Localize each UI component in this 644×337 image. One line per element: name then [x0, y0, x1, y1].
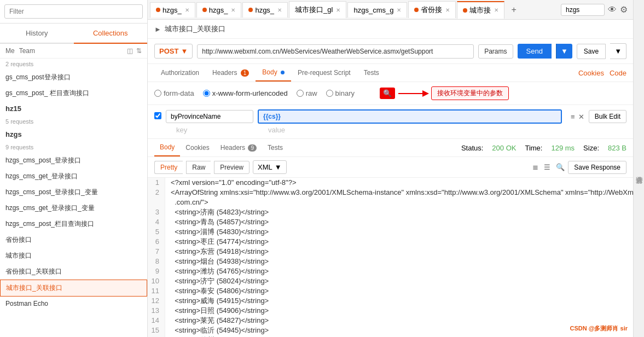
response-toolbar: Pretty Raw Preview XML ▼ ≣ ☰ 🔍 Save Resp…	[148, 157, 633, 178]
resp-status-label: Status:	[461, 144, 483, 152]
sidebar-tab-collections[interactable]: Collections	[74, 24, 148, 44]
new-folder-icon[interactable]: ◫	[127, 47, 133, 55]
resp-copy-icon[interactable]: ☰	[544, 163, 550, 171]
radio-x-www[interactable]: x-www-form-urlencoded	[203, 89, 288, 97]
tab-close-0[interactable]: ✕	[185, 7, 189, 13]
resp-sort-icon[interactable]: ≣	[532, 163, 538, 171]
radio-x-www-input[interactable]	[203, 90, 210, 97]
radio-form-data-input[interactable]	[154, 90, 161, 97]
sidebar-item-hzgs-cms-post-login-var[interactable]: hzgs_cms_post_登录接口_变量	[0, 184, 147, 200]
resp-tab-headers[interactable]: Headers 9	[215, 140, 262, 156]
sidebar-item-gs-cms-post-category[interactable]: gs_cms_post_ 栏目查询接口	[0, 85, 147, 101]
tab-2[interactable]: hzgs_ ✕	[242, 2, 288, 18]
req-tab-body[interactable]: Body	[256, 64, 291, 82]
kv-menu-icon[interactable]: ≡	[571, 113, 575, 121]
resp-size-label: Size:	[583, 144, 599, 152]
resp-tab-tests[interactable]: Tests	[262, 140, 288, 156]
radio-binary[interactable]: binary	[326, 89, 355, 97]
req-tab-tests[interactable]: Tests	[357, 65, 386, 81]
tab-close-3[interactable]: ✕	[336, 7, 340, 13]
pretty-button[interactable]: Pretty	[154, 161, 183, 174]
tab-0[interactable]: hzgs_ ✕	[150, 2, 195, 18]
radio-raw-input[interactable]	[297, 90, 304, 97]
save-response-button[interactable]: Save Response	[568, 161, 626, 174]
search-red-icon[interactable]: 🔍	[380, 88, 395, 99]
tab-3[interactable]: 城市接口_gl ✕	[289, 1, 346, 18]
tab-close-5[interactable]: ✕	[445, 7, 450, 13]
line-content: <string>威海 (54915)</string>	[165, 296, 269, 306]
preview-button[interactable]: Preview	[214, 161, 250, 174]
line-number: 9	[148, 266, 165, 276]
save-dropdown-button[interactable]: ▼	[610, 43, 626, 59]
tab-dot-5	[414, 8, 419, 12]
sidebar-group-hzgs[interactable]: hzgs	[0, 127, 147, 142]
resp-tab-cookies[interactable]: Cookies	[180, 140, 214, 156]
kv-checked-0[interactable]	[154, 112, 161, 119]
resp-tab-body[interactable]: Body	[154, 139, 180, 156]
tab-dot-1	[202, 8, 207, 12]
tab-5[interactable]: 省份接 ✕	[408, 1, 456, 18]
me-label[interactable]: Me	[5, 47, 15, 55]
bulk-edit-button[interactable]: Bulk Edit	[589, 110, 626, 123]
sidebar-group-hz15[interactable]: hz15	[0, 101, 147, 116]
tab-6[interactable]: 城市接 ✕	[457, 1, 504, 19]
team-label[interactable]: Team	[19, 47, 35, 55]
tab-close-1[interactable]: ✕	[231, 7, 235, 13]
radio-form-data[interactable]: form-data	[154, 89, 194, 97]
line-content: <string>济南 (54823)</string>	[165, 207, 269, 217]
sidebar-item-hzgs-cms-post-category[interactable]: hzgs_cms_post_栏目查询接口	[0, 216, 147, 232]
kv-checkbox-0[interactable]	[154, 112, 161, 121]
req-tab-prerequest[interactable]: Pre-request Script	[291, 65, 357, 81]
radio-raw[interactable]: raw	[297, 89, 317, 97]
sidebar-item-city[interactable]: 城市接口	[0, 248, 147, 264]
send-dropdown-button[interactable]: ▼	[556, 44, 572, 59]
line-number	[148, 197, 165, 207]
sidebar-item-hzgs-cms-get-login[interactable]: hzgs_cms_get_登录接口	[0, 168, 147, 184]
sidebar-item-gs-cms-post-login[interactable]: gs_cms_post登录接口	[0, 69, 147, 85]
kv-key-0[interactable]	[166, 110, 253, 123]
filter-input[interactable]	[4, 4, 143, 19]
resp-headers-badge: 9	[248, 144, 257, 152]
line-number: 7	[148, 247, 165, 257]
raw-button[interactable]: Raw	[186, 161, 211, 174]
code-line: 7 <string>东营 (54918)</string>	[148, 247, 633, 257]
tab-close-2[interactable]: ✕	[277, 7, 282, 13]
response-area: Body Cookies Headers 9 Tests Status: 200…	[148, 138, 633, 337]
cookies-link[interactable]: Cookies	[578, 69, 604, 77]
kv-delete-icon[interactable]: ✕	[578, 113, 584, 121]
tab-close-4[interactable]: ✕	[397, 7, 401, 13]
kv-value-0[interactable]	[258, 109, 562, 124]
tab-add-button[interactable]: +	[506, 2, 521, 18]
line-content: <string>临沂 (54945)</string>	[165, 326, 269, 335]
eye-icon[interactable]: 👁	[608, 5, 617, 15]
req-tab-authorization[interactable]: Authorization	[154, 65, 206, 81]
method-select[interactable]: POST ▼	[154, 44, 193, 59]
sidebar-item-hzgs-cms-post-login[interactable]: hzgs_cms_post_登录接口	[0, 153, 147, 168]
tab-search-input[interactable]	[561, 4, 605, 16]
radio-binary-input[interactable]	[326, 90, 333, 97]
code-link[interactable]: Code	[610, 69, 626, 77]
sidebar-tab-history[interactable]: History	[0, 24, 74, 43]
format-select[interactable]: XML ▼	[253, 160, 287, 174]
sidebar-item-postman-echo[interactable]: Postman Echo	[0, 297, 147, 311]
code-line: 1<?xml version="1.0" encoding="utf-8"?>	[148, 178, 633, 188]
url-input[interactable]	[197, 44, 474, 59]
sidebar-item-hzgs-cms-get-login-var[interactable]: hzgs_cms_get_登录接口_变量	[0, 200, 147, 216]
sidebar-item-province[interactable]: 省份接口	[0, 232, 147, 248]
tab-dot-2	[248, 8, 253, 12]
params-button[interactable]: Params	[478, 44, 513, 59]
send-button[interactable]: Send	[518, 44, 552, 59]
resp-search-icon[interactable]: 🔍	[556, 163, 565, 171]
req-tab-headers[interactable]: Headers 1	[206, 65, 256, 81]
sidebar-item-province-linked[interactable]: 省份接口_关联接口	[0, 264, 147, 280]
save-button[interactable]: Save	[577, 44, 606, 59]
sidebar-item-city-linked[interactable]: 城市接口_关联接口	[0, 280, 147, 297]
settings-icon[interactable]: ⚙	[620, 4, 628, 15]
line-content: <string>枣庄 (54774)</string>	[165, 237, 269, 247]
line-content: <string>潍坊 (54765)</string>	[165, 266, 269, 276]
tab-1[interactable]: hzgs_ ✕	[196, 2, 242, 18]
tab-label-2: hzgs_	[255, 6, 274, 14]
sort-icon[interactable]: ⇅	[136, 47, 142, 55]
tab-4[interactable]: hzgs_cms_g ✕	[347, 2, 407, 18]
tab-close-6[interactable]: ✕	[494, 7, 498, 13]
